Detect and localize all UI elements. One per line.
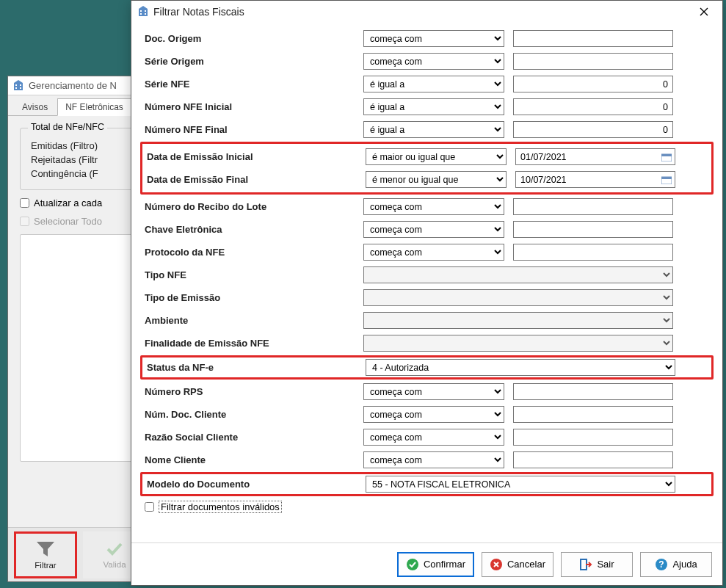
filter-dialog: Filtrar Notas Fiscais Doc. Origem começa… [131,0,723,586]
input-data-emi-fin[interactable] [515,171,675,188]
label-num-rps: Número RPS [143,386,363,397]
dialog-icon [137,6,149,18]
input-num-nfe-ini[interactable] [513,98,673,115]
label-data-emi-fin: Data de Emissão Final [145,174,366,185]
svg-rect-9 [145,10,146,12]
input-doc-origem[interactable] [513,30,673,47]
input-data-emi-ini[interactable] [515,148,675,165]
exit-button[interactable]: Sair [561,552,633,577]
tab-avisos[interactable]: Avisos [14,98,56,115]
op-num-doc-cli[interactable]: começa com [363,406,504,423]
label-status: Status da NF-e [145,362,366,373]
row-data-emi-fin: Data de Emissão Final é menor ou igual q… [142,168,711,191]
select-ambiente[interactable] [363,312,673,329]
dialog-title-bar: Filtrar Notas Fiscais [131,1,722,23]
dialog-footer: Confirmar Cancelar Sair ? Ajuda [131,542,722,585]
dialog-close-button[interactable] [691,4,716,20]
row-data-emi-ini: Data de Emissão Inicial é maior ou igual… [142,145,711,168]
label-tipo-emissao: Tipo de Emissão [143,292,363,303]
input-num-rps[interactable] [513,383,673,400]
row-tipo-nfe: Tipo NFE [140,264,714,286]
svg-rect-3 [15,87,17,89]
funnel-icon [35,540,56,558]
label-finalidade: Finalidade de Emissão NFE [143,338,363,349]
highlight-date-range: Data de Emissão Inicial é maior ou igual… [140,142,714,195]
op-num-nfe-fin[interactable]: é igual a [363,121,504,138]
label-serie-nfe: Série NFE [143,79,363,90]
toolbar-validar-label: Valida [103,560,126,569]
input-razao[interactable] [513,429,673,446]
calendar-icon-fin[interactable] [661,175,672,185]
row-ambiente: Ambiente [140,309,714,332]
cancel-button[interactable]: Cancelar [482,552,553,577]
input-num-recibo[interactable] [513,198,673,215]
input-serie-origem[interactable] [513,53,673,70]
row-tipo-emissao: Tipo de Emissão [140,286,714,309]
input-serie-nfe[interactable] [513,76,673,92]
input-chave[interactable] [513,221,673,238]
svg-rect-16 [661,177,672,179]
row-filtrar-invalidos: Filtrar documentos inválidos [145,501,714,513]
select-tipo-nfe[interactable] [363,266,673,283]
svg-marker-12 [139,6,148,9]
dialog-body: Doc. Origem começa com Série Origem come… [131,23,722,542]
row-razao: Razão Social Cliente começa com [140,426,714,449]
input-protocolo[interactable] [513,244,673,261]
select-finalidade[interactable] [363,335,673,352]
op-serie-origem[interactable]: começa com [363,53,504,70]
op-num-recibo[interactable]: começa com [363,198,504,215]
input-nome[interactable] [513,451,673,468]
label-num-nfe-fin: Número NFE Final [143,124,363,135]
label-doc-origem: Doc. Origem [143,33,363,44]
row-num-doc-cli: Núm. Doc. Cliente começa com [140,403,714,426]
row-nome: Nome Cliente começa com [140,449,714,471]
row-doc-origem: Doc. Origem começa com [140,27,714,50]
select-modelo[interactable]: 55 - NOTA FISCAL ELETRONICA [366,476,675,493]
input-num-doc-cli[interactable] [513,406,673,423]
op-doc-origem[interactable]: começa com [363,30,504,47]
op-protocolo[interactable]: começa com [363,244,504,261]
select-status[interactable]: 4 - Autorizada [366,359,675,376]
tab-nf-eletronicas[interactable]: NF Eletrônicas [57,98,131,116]
checkbox-atualizar[interactable] [20,198,29,208]
svg-rect-10 [140,13,142,15]
checkmark-icon [106,541,123,557]
cancel-label: Cancelar [507,559,545,570]
svg-rect-2 [20,84,21,86]
label-modelo: Modelo do Documento [145,479,366,490]
op-chave[interactable]: começa com [363,221,504,238]
svg-rect-14 [661,154,672,156]
op-nome[interactable]: começa com [363,451,504,468]
svg-marker-6 [37,542,54,556]
checkbox-filtrar-invalidos[interactable] [145,502,154,512]
confirm-label: Confirmar [424,559,465,570]
confirm-button[interactable]: Confirmar [397,552,474,577]
calendar-icon-ini[interactable] [661,152,672,162]
op-data-emi-ini[interactable]: é maior ou igual que [366,148,507,165]
op-num-nfe-ini[interactable]: é igual a [363,98,504,115]
op-num-rps[interactable]: começa com [363,383,504,400]
toolbar-filtrar-button[interactable]: Filtrar [14,531,77,578]
row-num-nfe-ini: Número NFE Inicial é igual a [140,95,714,118]
help-button[interactable]: ? Ajuda [640,552,712,577]
help-label: Ajuda [672,559,697,570]
label-chave: Chave Eletrônica [143,224,363,235]
row-modelo: Modelo do Documento 55 - NOTA FISCAL ELE… [140,472,714,496]
toolbar-filtrar-label: Filtrar [35,561,56,570]
op-serie-nfe[interactable]: é igual a [363,76,504,92]
op-data-emi-fin[interactable]: é menor ou igual que [366,171,507,188]
row-protocolo: Protocolo da NFE começa com [140,241,714,264]
svg-marker-5 [14,80,23,83]
label-razao: Razão Social Cliente [143,432,363,443]
help-icon: ? [655,558,668,571]
close-icon [700,7,708,16]
op-razao[interactable]: começa com [363,429,504,446]
row-finalidade: Finalidade de Emissão NFE [140,332,714,355]
input-num-nfe-fin[interactable] [513,121,673,138]
label-tipo-nfe: Tipo NFE [143,269,363,280]
exit-label: Sair [597,559,614,570]
row-serie-nfe: Série NFE é igual a [140,73,714,95]
dialog-title: Filtrar Notas Fiscais [153,6,244,18]
label-filtrar-invalidos[interactable]: Filtrar documentos inválidos [159,501,282,513]
select-tipo-emissao[interactable] [363,289,673,306]
